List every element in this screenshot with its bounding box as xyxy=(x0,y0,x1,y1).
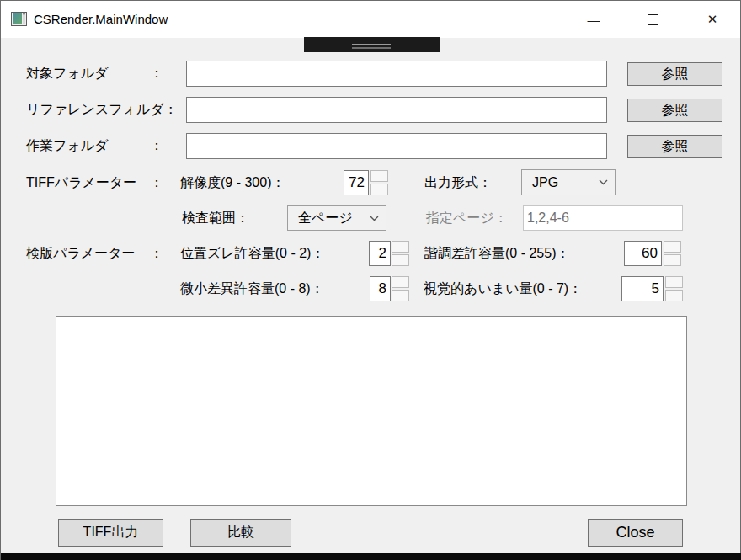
tone-tolerance-decrement-button[interactable] xyxy=(664,254,681,266)
compare-button[interactable]: 比較 xyxy=(190,519,291,547)
minor-diff-tolerance-label: 微小差異許容量(0 - 8)： xyxy=(180,276,324,301)
target-folder-label: 対象フォルダ ： xyxy=(26,61,163,86)
window-title: CSRender.MainWindow xyxy=(34,1,168,38)
pages-label: 指定ページ： xyxy=(426,205,508,231)
reference-folder-label: リファレンスフォルダ ： xyxy=(26,97,163,122)
drag-handle-icon[interactable] xyxy=(352,44,391,45)
position-tolerance-increment-button[interactable] xyxy=(392,241,409,253)
output-format-select[interactable]: JPG xyxy=(521,169,616,195)
minor-diff-increment-button[interactable] xyxy=(392,276,409,288)
resolution-increment-button[interactable] xyxy=(370,170,388,182)
drag-handle-icon[interactable] xyxy=(352,47,391,49)
position-tolerance-decrement-button[interactable] xyxy=(392,254,409,266)
work-folder-label: 作業フォルダ ： xyxy=(26,133,163,158)
taskbar-strip xyxy=(1,553,741,560)
title-bar[interactable]: CSRender.MainWindow — ✕ xyxy=(1,1,740,38)
scan-range-label: 検査範囲： xyxy=(182,205,249,231)
work-folder-input[interactable] xyxy=(186,133,607,159)
close-button[interactable]: Close xyxy=(588,519,683,547)
tiff-params-section-label: TIFFパラメーター ： xyxy=(26,170,163,195)
scan-range-select[interactable]: 全ページ xyxy=(287,205,386,231)
target-folder-browse-button[interactable]: 参照 xyxy=(627,62,722,86)
minimize-icon: — xyxy=(588,13,600,27)
resolution-label: 解像度(9 - 300)： xyxy=(180,170,285,195)
tiff-output-button[interactable]: TIFF出力 xyxy=(58,519,163,547)
tone-tolerance-label: 諧調差許容量(0 - 255)： xyxy=(424,241,569,266)
chevron-down-icon xyxy=(370,216,379,221)
app-icon xyxy=(11,12,27,26)
tone-tolerance-increment-button[interactable] xyxy=(664,241,681,253)
output-format-label: 出力形式： xyxy=(424,170,492,195)
resolution-decrement-button[interactable] xyxy=(370,184,388,195)
check-params-section-label: 検版パラメーター ： xyxy=(26,241,163,266)
touch-keyboard-bar xyxy=(304,37,440,52)
close-window-button[interactable]: ✕ xyxy=(683,1,741,38)
visual-ambiguity-increment-button[interactable] xyxy=(665,276,683,288)
scan-range-value: 全ページ xyxy=(298,210,353,227)
resolution-input[interactable] xyxy=(344,170,369,195)
maximize-button[interactable] xyxy=(623,1,682,38)
output-format-value: JPG xyxy=(532,175,558,190)
target-folder-input[interactable] xyxy=(186,61,607,87)
main-window: CSRender.MainWindow — ✕ 対象フォルダ ： 参照 リファレ… xyxy=(0,0,741,560)
work-folder-browse-button[interactable]: 参照 xyxy=(627,135,722,158)
reference-folder-browse-button[interactable]: 参照 xyxy=(627,99,722,122)
minor-diff-decrement-button[interactable] xyxy=(392,290,409,301)
reference-folder-input[interactable] xyxy=(186,97,607,123)
chevron-down-icon xyxy=(599,179,608,185)
maximize-icon xyxy=(648,14,658,25)
visual-ambiguity-decrement-button[interactable] xyxy=(665,290,683,301)
minor-diff-tolerance-input[interactable] xyxy=(370,276,391,301)
log-output-box[interactable] xyxy=(56,316,687,506)
position-tolerance-input[interactable] xyxy=(369,241,391,266)
minimize-button[interactable]: — xyxy=(564,1,623,38)
visual-ambiguity-label: 視覚的あいまい量(0 - 7)： xyxy=(424,276,582,301)
tone-tolerance-input[interactable] xyxy=(624,241,662,266)
visual-ambiguity-input[interactable] xyxy=(621,276,664,301)
close-icon: ✕ xyxy=(707,12,718,27)
position-tolerance-label: 位置ズレ許容量(0 - 2)： xyxy=(180,241,324,266)
pages-input[interactable] xyxy=(523,205,683,231)
